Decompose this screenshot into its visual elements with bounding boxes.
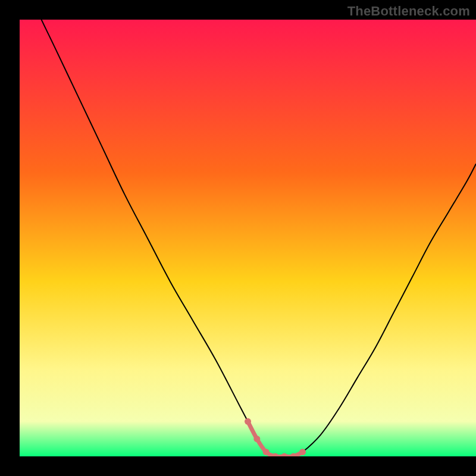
plot-area [20, 20, 476, 456]
watermark-text: TheBottleneck.com [347, 4, 470, 19]
bottleneck-chart-svg [20, 20, 476, 456]
basin-dot [245, 418, 251, 425]
gradient-background [20, 20, 476, 456]
basin-dot [263, 449, 270, 455]
basin-dot [253, 436, 260, 442]
chart-frame: TheBottleneck.com [0, 0, 476, 476]
basin-dot [299, 449, 306, 455]
